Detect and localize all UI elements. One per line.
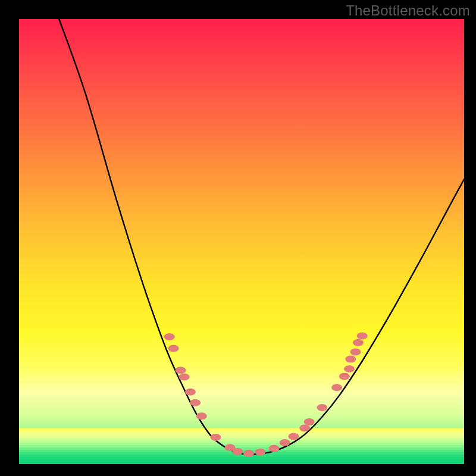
marker-dot bbox=[269, 445, 280, 452]
marker-dot bbox=[345, 356, 356, 363]
marker-dot bbox=[168, 345, 179, 352]
marker-dot bbox=[190, 399, 201, 406]
marker-dot bbox=[179, 373, 190, 380]
marker-dot bbox=[164, 333, 175, 340]
marker-dot bbox=[353, 339, 364, 346]
marker-dot bbox=[339, 373, 350, 380]
marker-dot bbox=[344, 365, 355, 372]
marker-dot bbox=[232, 448, 243, 455]
marker-dot bbox=[196, 412, 207, 419]
marker-dot bbox=[289, 433, 299, 440]
plot-area bbox=[19, 19, 464, 464]
curve-svg bbox=[19, 19, 464, 464]
marker-dot bbox=[331, 384, 342, 391]
frame: TheBottleneck.com bbox=[0, 0, 476, 476]
marker-dot bbox=[243, 450, 254, 457]
curve-path bbox=[59, 19, 464, 455]
marker-dot bbox=[255, 449, 265, 456]
marker-dot bbox=[304, 418, 315, 425]
marker-dot bbox=[211, 434, 221, 441]
bottleneck-curve bbox=[59, 19, 464, 455]
marker-dot bbox=[176, 367, 186, 374]
marker-dot bbox=[350, 349, 361, 356]
marker-dot bbox=[185, 389, 196, 396]
watermark-text: TheBottleneck.com bbox=[346, 2, 470, 19]
marker-dot bbox=[299, 424, 310, 431]
marker-dot bbox=[317, 404, 327, 411]
marker-dot bbox=[357, 333, 368, 340]
curve-markers bbox=[164, 333, 368, 457]
marker-dot bbox=[280, 439, 290, 446]
